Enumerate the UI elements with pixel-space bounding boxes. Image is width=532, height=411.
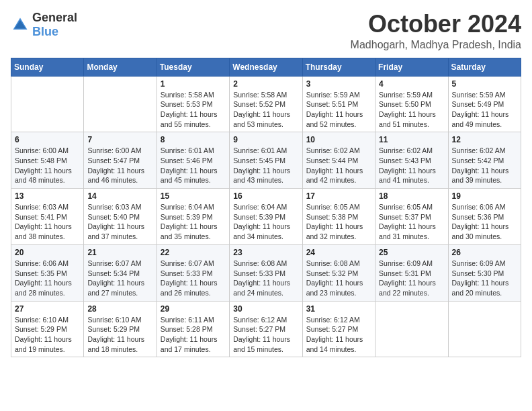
day-number: 21 [87,248,152,257]
day-number: 28 [87,304,152,314]
calendar-table: SundayMondayTuesdayWednesdayThursdayFrid… [11,58,521,358]
day-number: 18 [379,191,444,201]
day-number: 12 [452,135,517,144]
day-info: Sunrise: 6:06 AM Sunset: 5:35 PM Dayligh… [15,259,80,298]
calendar-cell: 10Sunrise: 6:02 AM Sunset: 5:44 PM Dayli… [302,132,375,189]
day-number: 4 [379,79,444,89]
calendar-cell: 9Sunrise: 6:01 AM Sunset: 5:45 PM Daylig… [230,132,302,189]
day-info: Sunrise: 6:09 AM Sunset: 5:31 PM Dayligh… [379,259,444,298]
calendar-cell: 1Sunrise: 5:58 AM Sunset: 5:53 PM Daylig… [157,76,229,132]
day-number: 29 [161,304,226,314]
day-number: 17 [306,191,371,201]
calendar-day-header: Friday [375,58,448,76]
day-info: Sunrise: 6:08 AM Sunset: 5:32 PM Dayligh… [306,259,371,298]
day-number: 8 [161,135,226,144]
day-number: 20 [15,248,80,257]
day-number: 15 [161,191,226,201]
calendar-cell: 6Sunrise: 6:00 AM Sunset: 5:48 PM Daylig… [11,132,84,189]
title-block: October 2024 Madhogarh, Madhya Pradesh, … [351,11,521,51]
day-info: Sunrise: 6:07 AM Sunset: 5:34 PM Dayligh… [87,259,152,298]
subtitle: Madhogarh, Madhya Pradesh, India [351,39,521,51]
day-number: 9 [233,135,298,144]
day-info: Sunrise: 6:07 AM Sunset: 5:33 PM Dayligh… [161,259,226,298]
calendar-cell: 18Sunrise: 6:05 AM Sunset: 5:37 PM Dayli… [375,189,448,245]
day-info: Sunrise: 6:10 AM Sunset: 5:29 PM Dayligh… [87,315,152,355]
day-number: 24 [306,248,371,257]
calendar-cell: 3Sunrise: 5:59 AM Sunset: 5:51 PM Daylig… [302,76,375,132]
calendar-cell: 8Sunrise: 6:01 AM Sunset: 5:46 PM Daylig… [157,132,229,189]
calendar-cell: 14Sunrise: 6:03 AM Sunset: 5:40 PM Dayli… [84,189,157,245]
day-number: 6 [15,135,80,144]
logo-blue-text: Blue [32,25,58,38]
day-number: 22 [161,248,226,257]
day-number: 23 [233,248,298,257]
calendar-cell: 21Sunrise: 6:07 AM Sunset: 5:34 PM Dayli… [84,244,157,301]
calendar-week-row: 27Sunrise: 6:10 AM Sunset: 5:29 PM Dayli… [11,301,521,357]
day-info: Sunrise: 5:58 AM Sunset: 5:52 PM Dayligh… [233,90,298,130]
calendar-cell: 24Sunrise: 6:08 AM Sunset: 5:32 PM Dayli… [302,244,375,301]
day-info: Sunrise: 6:05 AM Sunset: 5:37 PM Dayligh… [379,202,444,242]
calendar-week-row: 13Sunrise: 6:03 AM Sunset: 5:41 PM Dayli… [11,189,521,245]
day-number: 30 [233,304,298,314]
calendar-day-header: Monday [84,58,157,76]
calendar-week-row: 1Sunrise: 5:58 AM Sunset: 5:53 PM Daylig… [11,76,521,132]
day-info: Sunrise: 6:06 AM Sunset: 5:36 PM Dayligh… [452,202,517,242]
calendar-cell: 4Sunrise: 5:59 AM Sunset: 5:50 PM Daylig… [375,76,448,132]
calendar-cell: 13Sunrise: 6:03 AM Sunset: 5:41 PM Dayli… [11,189,84,245]
day-number: 7 [87,135,152,144]
logo: General Blue [11,11,77,39]
day-number: 1 [161,79,226,89]
day-info: Sunrise: 6:03 AM Sunset: 5:40 PM Dayligh… [87,202,152,242]
calendar-cell: 30Sunrise: 6:12 AM Sunset: 5:27 PM Dayli… [230,301,302,357]
day-info: Sunrise: 6:00 AM Sunset: 5:47 PM Dayligh… [87,146,152,185]
day-number: 27 [15,304,80,314]
calendar-cell: 16Sunrise: 6:04 AM Sunset: 5:39 PM Dayli… [230,189,302,245]
day-number: 16 [233,191,298,201]
calendar-cell: 2Sunrise: 5:58 AM Sunset: 5:52 PM Daylig… [230,76,302,132]
calendar-cell: 7Sunrise: 6:00 AM Sunset: 5:47 PM Daylig… [84,132,157,189]
calendar-cell: 20Sunrise: 6:06 AM Sunset: 5:35 PM Dayli… [11,244,84,301]
day-number: 25 [379,248,444,257]
main-title: October 2024 [351,11,521,38]
calendar-cell: 25Sunrise: 6:09 AM Sunset: 5:31 PM Dayli… [375,244,448,301]
day-info: Sunrise: 6:05 AM Sunset: 5:38 PM Dayligh… [306,202,371,242]
logo-general-text: General [32,11,77,24]
calendar-day-header: Thursday [302,58,375,76]
day-info: Sunrise: 5:59 AM Sunset: 5:50 PM Dayligh… [379,90,444,130]
day-info: Sunrise: 5:58 AM Sunset: 5:53 PM Dayligh… [161,90,226,130]
day-number: 31 [306,304,371,314]
day-info: Sunrise: 6:03 AM Sunset: 5:41 PM Dayligh… [15,202,80,242]
day-number: 14 [87,191,152,201]
day-info: Sunrise: 6:01 AM Sunset: 5:46 PM Dayligh… [161,146,226,185]
calendar-cell [11,76,84,132]
day-info: Sunrise: 6:04 AM Sunset: 5:39 PM Dayligh… [233,202,298,242]
day-number: 13 [15,191,80,201]
day-info: Sunrise: 6:04 AM Sunset: 5:39 PM Dayligh… [161,202,226,242]
calendar-day-header: Tuesday [157,58,229,76]
calendar-cell: 12Sunrise: 6:02 AM Sunset: 5:42 PM Dayli… [448,132,521,189]
calendar-day-header: Saturday [448,58,521,76]
calendar-cell: 23Sunrise: 6:08 AM Sunset: 5:33 PM Dayli… [230,244,302,301]
day-info: Sunrise: 6:02 AM Sunset: 5:44 PM Dayligh… [306,146,371,185]
day-info: Sunrise: 6:12 AM Sunset: 5:27 PM Dayligh… [233,315,298,355]
day-info: Sunrise: 5:59 AM Sunset: 5:49 PM Dayligh… [452,90,517,130]
calendar-cell: 29Sunrise: 6:11 AM Sunset: 5:28 PM Dayli… [157,301,229,357]
calendar-cell: 17Sunrise: 6:05 AM Sunset: 5:38 PM Dayli… [302,189,375,245]
day-info: Sunrise: 6:10 AM Sunset: 5:29 PM Dayligh… [15,315,80,355]
page-header: General Blue October 2024 Madhogarh, Mad… [11,11,521,51]
calendar-cell [84,76,157,132]
calendar-day-header: Sunday [11,58,84,76]
calendar-header-row: SundayMondayTuesdayWednesdayThursdayFrid… [11,58,521,76]
calendar-week-row: 6Sunrise: 6:00 AM Sunset: 5:48 PM Daylig… [11,132,521,189]
calendar-cell: 31Sunrise: 6:12 AM Sunset: 5:27 PM Dayli… [302,301,375,357]
calendar-cell: 26Sunrise: 6:09 AM Sunset: 5:30 PM Dayli… [448,244,521,301]
logo-icon [11,15,30,34]
day-info: Sunrise: 6:01 AM Sunset: 5:45 PM Dayligh… [233,146,298,185]
calendar-day-header: Wednesday [230,58,302,76]
calendar-cell: 22Sunrise: 6:07 AM Sunset: 5:33 PM Dayli… [157,244,229,301]
calendar-cell: 27Sunrise: 6:10 AM Sunset: 5:29 PM Dayli… [11,301,84,357]
calendar-cell: 19Sunrise: 6:06 AM Sunset: 5:36 PM Dayli… [448,189,521,245]
day-number: 11 [379,135,444,144]
day-info: Sunrise: 6:02 AM Sunset: 5:43 PM Dayligh… [379,146,444,185]
day-info: Sunrise: 5:59 AM Sunset: 5:51 PM Dayligh… [306,90,371,130]
